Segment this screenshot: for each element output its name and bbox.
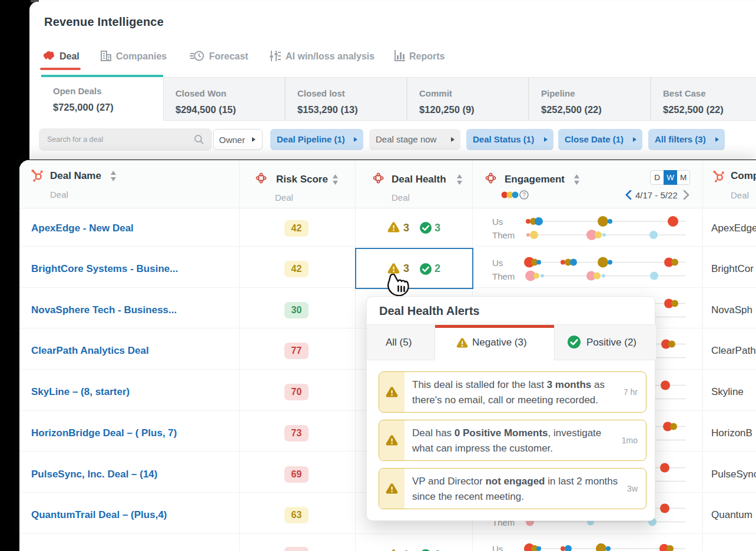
svg-text:?: ? xyxy=(522,191,526,198)
